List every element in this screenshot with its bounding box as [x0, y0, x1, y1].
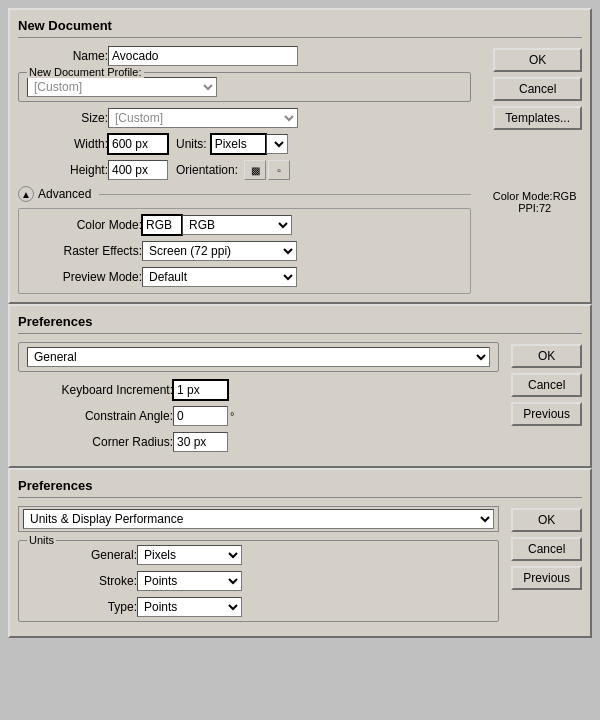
new-document-form: Name: New Document Profile: [Custom] Siz…: [18, 46, 471, 294]
preferences-2-title: Preferences: [18, 478, 582, 498]
stroke-units-label: Stroke:: [57, 574, 137, 588]
size-row: Size: [Custom]: [18, 108, 471, 128]
name-label: Name:: [18, 49, 108, 63]
name-row: Name:: [18, 46, 471, 66]
units-label: Units:: [176, 137, 207, 151]
width-row: Width: Units: ▼: [18, 134, 471, 154]
pref-1-previous-button[interactable]: Previous: [511, 402, 582, 426]
pref-group-container: General Selection & Anchor Display Type …: [18, 342, 499, 372]
ok-button[interactable]: OK: [493, 48, 582, 72]
preview-label: Preview Mode:: [27, 270, 142, 284]
stroke-units-row: Stroke: Pixels Points Inches Centimeters…: [27, 571, 490, 591]
size-select[interactable]: [Custom]: [108, 108, 298, 128]
general-units-select[interactable]: Pixels Inches Centimeters Points Picas M…: [137, 545, 242, 565]
color-mode-select[interactable]: RGB CMYK Grayscale: [182, 215, 292, 235]
advanced-section: Color Mode: RGB CMYK Grayscale Raster Ef…: [18, 208, 471, 294]
height-label: Height:: [18, 163, 108, 177]
raster-select[interactable]: Screen (72 ppi) Medium (150 ppi) High (3…: [142, 241, 297, 261]
height-row: Height: Orientation: ▩ ▫: [18, 160, 471, 180]
pref-2-cancel-button[interactable]: Cancel: [511, 537, 582, 561]
pref-group-select[interactable]: General Selection & Anchor Display Type …: [27, 347, 490, 367]
height-input[interactable]: [108, 160, 168, 180]
advanced-toggle[interactable]: ▲ Advanced: [18, 186, 471, 202]
preferences-1-title: Preferences: [18, 314, 582, 334]
profile-row: [Custom]: [27, 77, 462, 97]
corner-row: Corner Radius:: [18, 432, 499, 452]
stroke-units-select[interactable]: Pixels Points Inches Centimeters Picas M…: [137, 571, 242, 591]
type-units-row: Type: Pixels Points Inches Centimeters P…: [27, 597, 490, 617]
width-label: Width:: [18, 137, 108, 151]
general-units-row: General: Pixels Inches Centimeters Point…: [27, 545, 490, 565]
new-document-content: Name: New Document Profile: [Custom] Siz…: [18, 46, 582, 294]
pref-1-content: General Selection & Anchor Display Type …: [18, 342, 582, 458]
pref-2-previous-button[interactable]: Previous: [511, 566, 582, 590]
cancel-button[interactable]: Cancel: [493, 77, 582, 101]
units-section-label: Units: [27, 534, 56, 546]
preview-select[interactable]: Default Pixel Overprint: [142, 267, 297, 287]
new-doc-right-panel: OK Cancel Templates... Color Mode:RGB PP…: [481, 46, 582, 214]
pref-group-row: General Selection & Anchor Display Type …: [18, 342, 499, 372]
pref-2-form: General Selection & Anchor Display Type …: [18, 506, 499, 628]
advanced-arrow-icon: ▲: [18, 186, 34, 202]
width-input[interactable]: [108, 134, 168, 154]
color-mode-info: Color Mode:RGB PPI:72: [493, 190, 577, 214]
units-select[interactable]: ▼: [266, 134, 288, 154]
pref-2-group-select[interactable]: General Selection & Anchor Display Type …: [23, 509, 494, 529]
new-doc-buttons: OK Cancel Templates...: [493, 46, 582, 130]
templates-button[interactable]: Templates...: [493, 106, 582, 130]
landscape-button[interactable]: ▫: [268, 160, 290, 180]
keyboard-row: Keyboard Increment:: [18, 380, 499, 400]
general-units-label: General:: [57, 548, 137, 562]
color-mode-input[interactable]: [142, 215, 182, 235]
profile-group-label: New Document Profile:: [27, 66, 144, 78]
pref-2-content: General Selection & Anchor Display Type …: [18, 506, 582, 628]
units-input[interactable]: [211, 134, 266, 154]
orientation-label: Orientation:: [176, 163, 238, 177]
pref-1-ok-button[interactable]: OK: [511, 344, 582, 368]
raster-row: Raster Effects: Screen (72 ppi) Medium (…: [27, 241, 462, 261]
raster-label: Raster Effects:: [27, 244, 142, 258]
color-mode-row: Color Mode: RGB CMYK Grayscale: [27, 215, 462, 235]
profile-select[interactable]: [Custom]: [27, 77, 217, 97]
pref-1-buttons: OK Cancel Previous: [511, 342, 582, 426]
pref-2-ok-button[interactable]: OK: [511, 508, 582, 532]
pref-2-group-row: General Selection & Anchor Display Type …: [18, 506, 499, 532]
units-group: Units General: Pixels Inches Centimeters…: [18, 540, 499, 622]
pref-1-form: General Selection & Anchor Display Type …: [18, 342, 499, 458]
size-label: Size:: [18, 111, 108, 125]
preview-row: Preview Mode: Default Pixel Overprint: [27, 267, 462, 287]
type-units-label: Type:: [57, 600, 137, 614]
color-mode-label: Color Mode:: [27, 218, 142, 232]
portrait-button[interactable]: ▩: [244, 160, 266, 180]
keyboard-input[interactable]: [173, 380, 228, 400]
new-document-dialog: New Document Name: New Document Profile:…: [8, 8, 592, 304]
keyboard-label: Keyboard Increment:: [18, 383, 173, 397]
pref-2-buttons: OK Cancel Previous: [511, 506, 582, 590]
corner-input[interactable]: [173, 432, 228, 452]
corner-label: Corner Radius:: [18, 435, 173, 449]
constrain-input[interactable]: [173, 406, 228, 426]
constrain-label: Constrain Angle:: [18, 409, 173, 423]
advanced-label: Advanced: [38, 187, 91, 201]
preferences-dialog-2: Preferences General Selection & Anchor D…: [8, 468, 592, 638]
pref-1-cancel-button[interactable]: Cancel: [511, 373, 582, 397]
type-units-select[interactable]: Pixels Points Inches Centimeters Picas M…: [137, 597, 242, 617]
profile-group: New Document Profile: [Custom]: [18, 72, 471, 102]
pref-2-group-container: General Selection & Anchor Display Type …: [18, 506, 499, 532]
degree-symbol: °: [230, 410, 234, 422]
name-input[interactable]: [108, 46, 298, 66]
new-document-title: New Document: [18, 18, 582, 38]
preferences-dialog-1: Preferences General Selection & Anchor D…: [8, 304, 592, 468]
constrain-row: Constrain Angle: °: [18, 406, 499, 426]
